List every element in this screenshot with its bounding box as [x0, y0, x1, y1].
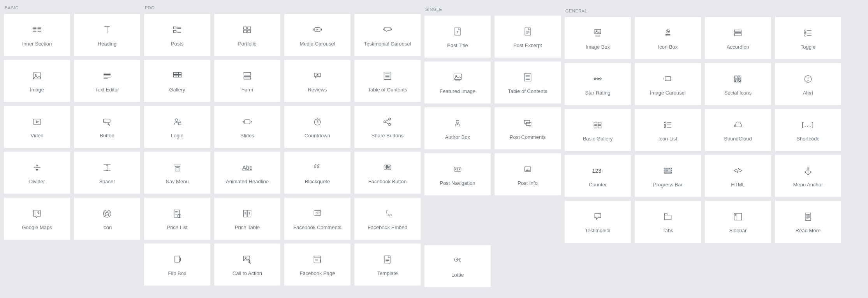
featured-image-icon — [451, 71, 464, 84]
widget-label: Facebook Comments — [293, 224, 342, 230]
widget-html[interactable]: </>HTML — [705, 155, 771, 197]
widget-image-box[interactable]: Image Box — [565, 17, 631, 59]
widget-label: Posts — [171, 41, 184, 47]
svg-point-65 — [389, 118, 391, 120]
widget-accordion[interactable]: Accordion — [705, 17, 771, 59]
widget-shortcode[interactable]: [...]Shortcode — [775, 109, 841, 151]
widget-social-icons[interactable]: fSocial Icons — [705, 63, 771, 105]
svg-rect-59 — [245, 119, 250, 124]
widget-flip-box[interactable]: Flip Box — [144, 244, 210, 286]
share-icon — [381, 116, 394, 128]
widget-portfolio[interactable]: Portfolio — [214, 14, 280, 56]
svg-rect-34 — [243, 27, 246, 29]
widget-text-editor[interactable]: Text Editor — [74, 60, 140, 102]
widget-login[interactable]: Login — [144, 106, 210, 148]
widget-label: Counter — [589, 182, 607, 188]
widget-inner-section[interactable]: Inner Section — [4, 14, 70, 56]
widget-tabs[interactable]: Tabs — [635, 201, 701, 243]
widget-slides[interactable]: Slides — [214, 106, 280, 148]
widget-post-title[interactable]: TPost Title — [424, 16, 491, 58]
widget-price-list[interactable]: $Price List — [144, 198, 210, 240]
toggle-icon — [802, 27, 814, 39]
section-header-pro: PRO — [144, 4, 421, 14]
widget-label: Gallery — [169, 87, 185, 93]
widget-label: Nav Menu — [166, 179, 188, 184]
template-icon — [381, 253, 394, 266]
section-single: SINGLE TPost TitlePost ExcerptFeatured I… — [424, 4, 561, 287]
widget-counter[interactable]: 123↑Counter — [565, 155, 631, 197]
widget-cta[interactable]: Call to Action — [214, 244, 280, 286]
widget-blockquote[interactable]: Blockquote — [284, 152, 350, 194]
widget-fb-button[interactable]: Facebook Button — [354, 152, 421, 194]
widget-divider[interactable]: Divider — [4, 152, 70, 194]
widget-label: Featured Image — [440, 88, 475, 94]
widget-featured-image[interactable]: Featured Image — [424, 61, 491, 103]
widget-testimonial[interactable]: Testimonial — [565, 201, 631, 243]
widget-toc[interactable]: Table of Contents — [495, 61, 561, 103]
widget-sidebar[interactable]: Sidebar — [705, 201, 771, 243]
widget-icon-box[interactable]: Icon Box — [635, 17, 701, 59]
widget-nav-menu[interactable]: Nav Menu — [144, 152, 210, 194]
widget-reviews[interactable]: Reviews — [284, 60, 350, 102]
widget-icon[interactable]: Icon — [74, 198, 140, 240]
widget-read-more[interactable]: Read More — [775, 201, 841, 243]
widget-media-carousel[interactable]: Media Carousel — [284, 14, 350, 56]
widget-gallery[interactable]: Gallery — [144, 60, 210, 102]
widget-posts[interactable]: Posts — [144, 14, 210, 56]
widget-spacer[interactable]: Spacer — [74, 152, 140, 194]
fb-button-icon — [381, 161, 394, 174]
widget-fb-page[interactable]: fFacebook Page — [284, 244, 350, 286]
widget-countdown[interactable]: Countdown — [284, 106, 350, 148]
widget-label: Table of Contents — [368, 87, 407, 93]
widget-alert[interactable]: Alert — [775, 63, 841, 105]
widget-basic-gallery[interactable]: Basic Gallery — [565, 109, 631, 151]
svg-rect-181 — [664, 214, 667, 215]
widget-video[interactable]: Video — [4, 106, 70, 148]
widget-anchor[interactable]: Menu Anchor — [775, 155, 841, 197]
widget-toggle[interactable]: Toggle — [775, 17, 841, 59]
widget-image[interactable]: Image — [4, 60, 70, 102]
svg-rect-35 — [248, 27, 251, 29]
svg-rect-38 — [315, 27, 320, 32]
widget-label: Basic Gallery — [583, 136, 613, 142]
widget-lottie[interactable]: Lottie — [424, 245, 491, 287]
widget-fb-embed[interactable]: f</>Facebook Embed — [354, 198, 421, 240]
widget-post-info[interactable]: Post Info — [495, 153, 561, 195]
widget-label: Price List — [167, 224, 187, 230]
icon-list-icon — [662, 119, 674, 131]
widget-icon-list[interactable]: Icon List — [635, 109, 701, 151]
svg-rect-47 — [173, 75, 176, 77]
widget-toc[interactable]: Table of Contents — [354, 60, 421, 102]
widget-star-rating[interactable]: Star Rating — [565, 63, 631, 105]
svg-rect-49 — [179, 75, 181, 77]
widget-post-nav[interactable]: Post Navigation — [424, 153, 491, 195]
widget-button[interactable]: Button — [74, 106, 140, 148]
widget-post-comments[interactable]: Post Comments — [495, 107, 561, 149]
widget-author-box[interactable]: Author Box — [424, 107, 491, 149]
svg-point-123 — [526, 170, 527, 170]
widget-heading[interactable]: Heading — [74, 14, 140, 56]
widget-share[interactable]: Share Buttons — [354, 106, 421, 148]
widget-label: Spacer — [99, 179, 115, 184]
widget-label: Icon List — [658, 136, 677, 142]
widget-soundcloud[interactable]: SoundCloud — [705, 109, 771, 151]
widget-testimonial-carousel[interactable]: Testimonial Carousel — [354, 14, 421, 56]
widget-template[interactable]: Template — [354, 244, 421, 286]
widget-image-carousel[interactable]: Image Carousel — [635, 63, 701, 105]
widget-post-excerpt[interactable]: Post Excerpt — [495, 16, 561, 58]
icon-box-icon — [662, 27, 674, 39]
widget-price-table[interactable]: $$Price Table — [214, 198, 280, 240]
widget-google-maps[interactable]: Google Maps — [4, 198, 70, 240]
svg-rect-19 — [103, 119, 110, 123]
widget-progress-bar[interactable]: Progress Bar — [635, 155, 701, 197]
slides-icon — [241, 116, 254, 128]
svg-point-153 — [739, 76, 741, 78]
progress-bar-icon — [662, 165, 674, 177]
widget-form[interactable]: Form — [214, 60, 280, 102]
widget-label: Post Excerpt — [513, 42, 542, 48]
widget-label: Inner Section — [22, 41, 52, 47]
svg-rect-139 — [805, 30, 806, 32]
widget-label: Image Carousel — [650, 90, 686, 96]
widget-animated-headline[interactable]: AbcAnimated Headline — [214, 152, 280, 194]
widget-fb-comments[interactable]: fFacebook Comments — [284, 198, 350, 240]
